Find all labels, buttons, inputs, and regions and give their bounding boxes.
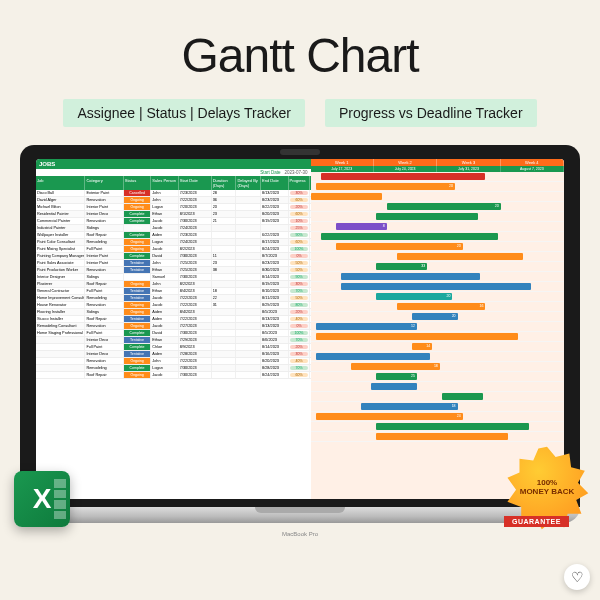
start-date-label: Start Date <box>260 170 280 175</box>
week-cell: Week 2 <box>374 159 437 166</box>
gantt-bar[interactable]: 12 <box>316 323 417 330</box>
gantt-bar[interactable] <box>316 333 519 340</box>
table-row[interactable]: RenovationOngoingJohn7/22/20238/20/20234… <box>36 358 311 365</box>
table-row[interactable]: RemodelingCompleteLogan7/30/20238/28/202… <box>36 365 311 372</box>
subtitle-row: Assignee | Status | Delays Tracker Progr… <box>63 99 536 127</box>
table-row[interactable]: Remodeling ConsultantRenovationOngoingJa… <box>36 323 311 330</box>
subtitle-left: Assignee | Status | Delays Tracker <box>63 99 304 127</box>
table-row[interactable]: Painting Company ManagerInterior PaintCo… <box>36 253 311 260</box>
page-title: Gantt Chart <box>181 28 418 83</box>
col-category[interactable]: Category <box>85 176 123 190</box>
gantt-row <box>311 422 564 432</box>
table-row[interactable]: Home Improvement ConsultantRemodelingTen… <box>36 295 311 302</box>
table-body: Disco BallExterior PaintCancelledJohn7/2… <box>36 190 311 499</box>
gantt-row: 14 <box>311 342 564 352</box>
jobs-header: JOBS <box>36 159 311 169</box>
table-row[interactable]: Stucco InstallerRoof RepairTentativeAide… <box>36 316 311 323</box>
table-row[interactable]: Residential PainterInterior DecoComplete… <box>36 211 311 218</box>
table-row[interactable]: Roof RepairOngoingJacob7/30/20238/24/202… <box>36 372 311 379</box>
gantt-row: 33 <box>311 262 564 272</box>
gantt-bar[interactable]: 14 <box>412 343 432 350</box>
table-row[interactable]: PlastererRoof RepairOngoingJohn8/2/20238… <box>36 281 311 288</box>
table-row[interactable]: House RenovatorRenovationOngoingJacob7/2… <box>36 302 311 309</box>
col-delay[interactable]: Delayed By (Days) <box>236 176 261 190</box>
gantt-bar[interactable] <box>311 193 382 200</box>
gantt-bar[interactable] <box>397 253 524 260</box>
week-cell: Week 4 <box>501 159 564 166</box>
table-row[interactable]: Home Staging ProfessionalFull PaintCompl… <box>36 330 311 337</box>
table-row[interactable]: General ContractorFull PaintTentativeEth… <box>36 288 311 295</box>
gantt-row: 25 <box>311 372 564 382</box>
gantt-bar[interactable] <box>316 353 430 360</box>
gantt-row <box>311 332 564 342</box>
badge-ribbon: GUARANTEE <box>504 516 569 527</box>
week-cell: Week 1 <box>311 159 374 166</box>
gantt-row <box>311 272 564 282</box>
table-row[interactable]: Interior DesignerSidingsEthanSamuel7/30/… <box>36 274 311 281</box>
table-row[interactable]: Interior DecoTentativeAiden7/28/20238/16… <box>36 351 311 358</box>
gantt-row: 8 <box>311 222 564 232</box>
gantt-bar[interactable] <box>376 433 508 440</box>
gantt-bar[interactable]: 18 <box>351 363 440 370</box>
gantt-row: 20 <box>311 202 564 212</box>
excel-icon-bars <box>54 479 66 519</box>
excel-letter: X <box>33 483 52 515</box>
gantt-bar[interactable]: 20 <box>316 183 455 190</box>
table-row[interactable]: David AlgerRenovationOngoingJohn7/22/202… <box>36 197 311 204</box>
gantt-bar[interactable] <box>442 393 483 400</box>
gantt-bar[interactable]: 33 <box>376 263 427 270</box>
gantt-bar[interactable]: 24 <box>316 413 463 420</box>
gantt-bar[interactable] <box>371 383 417 390</box>
gantt-bar[interactable] <box>321 233 498 240</box>
gantt-bar[interactable]: 8 <box>336 223 387 230</box>
gantt-row: 24 <box>311 412 564 422</box>
gantt-row: 20 <box>311 182 564 192</box>
table-row[interactable]: Industrial PainterSidingsEthanJacob7/24/… <box>36 225 311 232</box>
col-duration[interactable]: Duration (Days) <box>212 176 237 190</box>
gantt-bar[interactable] <box>321 173 486 180</box>
gantt-bar[interactable]: 25 <box>376 373 417 380</box>
laptop-screen: JOBS Start Date 2023-07-30 Job Category … <box>20 145 580 507</box>
col-progress[interactable]: Progress <box>289 176 311 190</box>
favorite-button[interactable]: ♡ <box>564 564 590 590</box>
guarantee-badge: 100% MONEY BACK GUARANTEE <box>504 445 590 531</box>
table-row[interactable]: Paint Sales AssociateInterior PaintTenta… <box>36 260 311 267</box>
col-person[interactable]: Sales Person <box>151 176 178 190</box>
gantt-bar[interactable] <box>376 213 477 220</box>
col-job[interactable]: Job <box>36 176 85 190</box>
gantt-bar[interactable]: 20 <box>376 293 452 300</box>
col-end[interactable]: End Date <box>261 176 288 190</box>
gantt-row: 12 <box>311 322 564 332</box>
table-row[interactable]: Full PaintCompleteChloe8/9/20238/14/2023… <box>36 344 311 351</box>
table-row[interactable]: Flooring InstallerSidingsOngoingAiden8/4… <box>36 309 311 316</box>
laptop-hinge-cutout <box>255 507 345 513</box>
col-start[interactable]: Start Date <box>179 176 212 190</box>
laptop-notch <box>280 149 320 155</box>
gantt-bar[interactable] <box>341 273 480 280</box>
gantt-bar[interactable]: 20 <box>336 243 463 250</box>
table-row[interactable]: Interior DecoTentativeEthan7/29/20238/6/… <box>36 337 311 344</box>
gantt-row <box>311 172 564 182</box>
gantt-row <box>311 212 564 222</box>
table-row[interactable]: Commercial PainterRenovationCompleteJaco… <box>36 218 311 225</box>
gantt-bar[interactable]: 16 <box>397 303 486 310</box>
gantt-row: 18 <box>311 402 564 412</box>
gantt-row: 20 <box>311 242 564 252</box>
gantt-row <box>311 282 564 292</box>
badge-line2: MONEY BACK <box>520 488 575 497</box>
table-row[interactable]: Paint Mixing SpecialistFull PaintOngoing… <box>36 246 311 253</box>
gantt-bar[interactable]: 18 <box>361 403 457 410</box>
gantt-row <box>311 252 564 262</box>
table-row[interactable]: Wallpaper InstallerRoof RepairCompleteAi… <box>36 232 311 239</box>
gantt-bar[interactable]: 20 <box>412 313 458 320</box>
col-status[interactable]: Status <box>124 176 151 190</box>
gantt-bar[interactable] <box>341 283 531 290</box>
gantt-bar[interactable]: 20 <box>387 203 501 210</box>
table-row[interactable]: Paint Color ConsultantRemodelingOngoingL… <box>36 239 311 246</box>
table-row[interactable]: Michael BiltonInterior PaintOngoingLogan… <box>36 204 311 211</box>
gantt-row <box>311 382 564 392</box>
table-row[interactable]: Paint Production WorkerRenovationTentati… <box>36 267 311 274</box>
laptop-base <box>20 507 580 523</box>
gantt-bar[interactable] <box>376 423 528 430</box>
table-row[interactable]: Disco BallExterior PaintCancelledJohn7/2… <box>36 190 311 197</box>
